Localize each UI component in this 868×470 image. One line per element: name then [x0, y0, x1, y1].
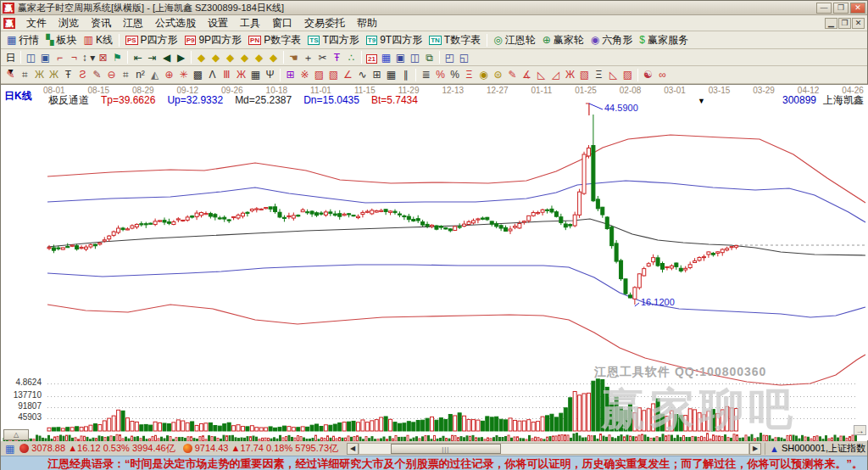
scale-selector-icon[interactable]: ↕ ▾: [81, 51, 96, 64]
menu-item-9[interactable]: 帮助: [351, 14, 383, 32]
remote-1-icon[interactable]: ◰: [442, 51, 457, 64]
percent-black-icon[interactable]: %: [448, 68, 462, 81]
jump-first-icon[interactable]: ⇤: [131, 51, 145, 64]
prev-bar-icon[interactable]: ◀: [159, 51, 174, 64]
fib-levels-icon[interactable]: Ξ: [462, 68, 476, 81]
shade-box-1-icon[interactable]: ▨: [312, 68, 326, 81]
flag-icon[interactable]: ⚑: [110, 51, 125, 64]
web-2-icon[interactable]: Ж: [563, 68, 577, 81]
period-day-selector-icon[interactable]: 日 ▾: [3, 51, 18, 64]
gold-circle-2-icon[interactable]: ⊜: [491, 68, 505, 81]
9t-square-button[interactable]: T99T四方形: [363, 33, 426, 48]
stairs-down-icon[interactable]: ¬: [67, 51, 81, 64]
diamond-out-icon[interactable]: ◆: [266, 51, 281, 64]
measure-icon[interactable]: ✂: [315, 51, 330, 64]
kline-button[interactable]: ▥K线: [81, 33, 116, 48]
9p-square-button[interactable]: P99P四方形: [181, 33, 245, 48]
jump-last-icon[interactable]: ⇥: [145, 51, 159, 64]
winner-service-button[interactable]: $赢家服务: [636, 33, 692, 48]
spiral-icon[interactable]: Ƨ: [75, 68, 90, 81]
n-square-icon[interactable]: n²: [133, 68, 147, 81]
draw-extend-icon[interactable]: ✎: [505, 68, 520, 81]
parallel-lines-icon[interactable]: ∥: [398, 68, 413, 81]
circle-cross-icon[interactable]: ⊕: [162, 68, 176, 81]
menu-item-7[interactable]: 窗口: [266, 14, 298, 32]
mdi-minimize-button[interactable]: ▁: [825, 18, 837, 29]
remote-2-icon[interactable]: ◱: [457, 51, 471, 64]
period-label[interactable]: 日K线: [4, 89, 32, 104]
menu-item-3[interactable]: 江恩: [117, 14, 149, 32]
marker-pen-icon[interactable]: ✎: [90, 68, 104, 81]
angle-a-icon[interactable]: ◭: [147, 68, 162, 81]
calculator-icon[interactable]: ▦: [379, 51, 393, 64]
window-frame-2-icon[interactable]: ▣: [38, 51, 53, 64]
t-square-button[interactable]: TST四方形: [304, 33, 363, 48]
scrollbar-thumb[interactable]: |||: [391, 444, 501, 454]
network-icon[interactable]: ⧉: [422, 51, 437, 64]
menu-item-2[interactable]: 资讯: [85, 14, 117, 32]
grid-2-icon[interactable]: ⌗: [119, 68, 133, 81]
crosshair-icon[interactable]: ＋: [301, 51, 315, 64]
title-bar[interactable]: 赢 赢家老子时空周期系统[纵横版] - [上海凯鑫 SZ300899-184日K…: [1, 1, 867, 15]
square-plus-icon[interactable]: ⊞: [370, 68, 384, 81]
indicator-name[interactable]: 极反通道: [48, 94, 89, 106]
diamond-in-icon[interactable]: ◆: [252, 51, 266, 64]
menu-item-8[interactable]: 交易委托: [298, 14, 351, 32]
angle-tool-icon[interactable]: ∠: [341, 68, 355, 81]
gold-circle-1-icon[interactable]: ◉: [476, 68, 491, 81]
grid-icon[interactable]: ▦: [5, 443, 14, 455]
shade-box-2-icon[interactable]: ▧: [326, 68, 341, 81]
stock-label[interactable]: 300899上海凯鑫: [782, 93, 864, 108]
window-plus-icon[interactable]: ⊞: [283, 68, 298, 81]
star-burst-icon[interactable]: ✳: [176, 68, 191, 81]
save-as-icon[interactable]: ◫: [408, 51, 422, 64]
fib-black-icon[interactable]: Ξ: [592, 68, 606, 81]
pen-icon[interactable]: ✎: [3, 68, 18, 81]
angle-measure-icon[interactable]: ∡: [520, 68, 534, 81]
save-icon[interactable]: ▣: [393, 51, 408, 64]
shade-4-icon[interactable]: ▨: [620, 68, 635, 81]
sh-index-quote[interactable]: 3078.88 ▲16.12 0.53% 3994.46亿: [31, 442, 175, 455]
grid-lines-icon[interactable]: ⌗: [18, 68, 32, 81]
menu-item-6[interactable]: 工具: [234, 14, 266, 32]
wave-count-icon[interactable]: Λ: [205, 68, 220, 81]
web-red-icon[interactable]: Ж: [234, 68, 248, 81]
box-grid-icon[interactable]: ▦: [248, 68, 263, 81]
minimize-button[interactable]: —: [816, 3, 832, 14]
bars-red-icon[interactable]: Ⅲ: [220, 68, 234, 81]
circle-cycle-icon[interactable]: ⊖: [104, 68, 119, 81]
percent-red-icon[interactable]: %: [433, 68, 448, 81]
sectors-button[interactable]: ▚板块: [42, 33, 80, 48]
winner-wheel-button[interactable]: ⊕赢家轮: [539, 33, 587, 48]
scrollbar-right-arrow[interactable]: ▶: [749, 443, 761, 455]
hatch-box-icon[interactable]: ▩: [191, 68, 205, 81]
gann-grid-2-icon[interactable]: Ж: [47, 68, 61, 81]
steps-tool-icon[interactable]: ∴: [344, 51, 359, 64]
scrollbar-left-arrow[interactable]: ◀: [347, 443, 359, 455]
mdi-restore-button[interactable]: ❐: [838, 18, 851, 29]
window-frame-1-icon[interactable]: ◫: [24, 51, 38, 64]
tri-small-icon[interactable]: ◺: [606, 68, 620, 81]
stairs-up-icon[interactable]: ⌐: [53, 51, 67, 64]
quotes-button[interactable]: ▦行情: [3, 33, 42, 48]
horizontal-scrollbar[interactable]: ◀ ||| ▶: [347, 443, 761, 455]
diamond-h-icon[interactable]: ◆: [223, 51, 237, 64]
infinity-icon[interactable]: ∞: [655, 68, 670, 81]
menu-item-5[interactable]: 设置: [202, 14, 234, 32]
gann-grid-1-icon[interactable]: Ж: [32, 68, 47, 81]
scrollbar-track[interactable]: |||: [359, 443, 749, 455]
t-tool-icon[interactable]: Ŧ: [330, 51, 344, 64]
p-square-button[interactable]: PSP四方形: [122, 33, 181, 48]
close-button[interactable]: ✕: [850, 3, 865, 14]
hand-tool-icon[interactable]: ☚: [287, 51, 301, 64]
gann-fan-icon[interactable]: ※: [298, 68, 312, 81]
restore-button[interactable]: ❐: [833, 3, 849, 14]
next-bar-icon[interactable]: ▶: [174, 51, 188, 64]
shade-3-icon[interactable]: ▧: [577, 68, 592, 81]
p-table-button[interactable]: PNP数字表: [245, 33, 304, 48]
diamond-right-icon[interactable]: ◆: [209, 51, 223, 64]
current-symbol-panel[interactable]: ▲ SH000001,上证指数: [765, 443, 865, 455]
yin-yang-icon[interactable]: ☯: [641, 68, 655, 81]
hist-tool-icon[interactable]: ≣: [419, 68, 433, 81]
fork-icon[interactable]: Ψ: [263, 68, 277, 81]
